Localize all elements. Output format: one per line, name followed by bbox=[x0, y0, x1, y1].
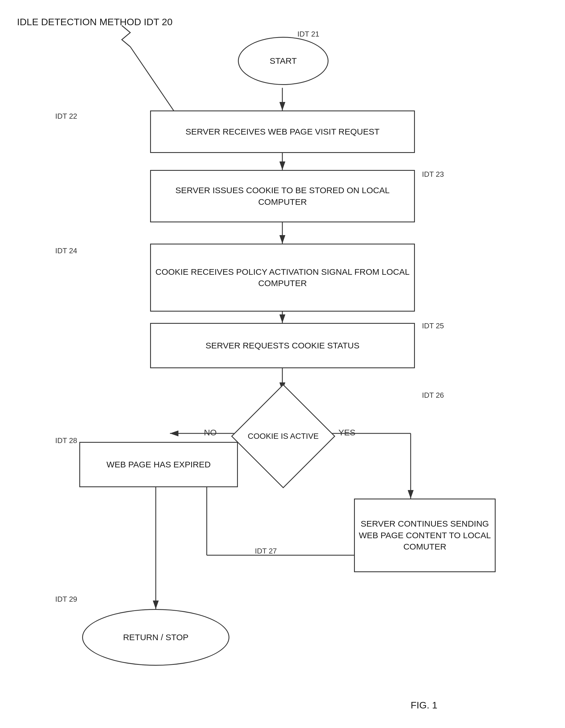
idt-29-label: IDT 29 bbox=[55, 595, 77, 604]
yes-label: YES bbox=[338, 428, 355, 437]
node29-label: RETURN / STOP bbox=[123, 632, 188, 643]
node22-rect: SERVER RECEIVES WEB PAGE VISIT REQUEST bbox=[150, 110, 415, 153]
idt-22-label: IDT 22 bbox=[55, 112, 77, 121]
node22-label: SERVER RECEIVES WEB PAGE VISIT REQUEST bbox=[186, 126, 379, 138]
start-node: START bbox=[238, 37, 329, 85]
node28-rect: WEB PAGE HAS EXPIRED bbox=[79, 442, 238, 487]
node28-label: WEB PAGE HAS EXPIRED bbox=[106, 459, 211, 471]
node27-rect: SERVER CONTINUES SENDING WEB PAGE CONTEN… bbox=[354, 499, 496, 572]
idt-23-label: IDT 23 bbox=[422, 170, 444, 179]
no-label: NO bbox=[204, 428, 217, 437]
idt-27-label: IDT 27 bbox=[255, 547, 277, 555]
diagram-container: IDLE DETECTION METHOD IDT 20 IDT 21 STAR… bbox=[0, 0, 565, 728]
node23-rect: SERVER ISSUES COOKIE TO BE STORED ON LOC… bbox=[150, 170, 415, 222]
node24-rect: COOKIE RECEIVES POLICY ACTIVATION SIGNAL… bbox=[150, 244, 415, 312]
title-label: IDLE DETECTION METHOD IDT 20 bbox=[17, 16, 172, 27]
node23-label: SERVER ISSUES COOKIE TO BE STORED ON LOC… bbox=[151, 185, 414, 208]
node27-label: SERVER CONTINUES SENDING WEB PAGE CONTEN… bbox=[355, 518, 495, 553]
node25-label: SERVER REQUESTS COOKIE STATUS bbox=[206, 340, 359, 352]
fig-label: FIG. 1 bbox=[411, 700, 437, 711]
idt-24-label: IDT 24 bbox=[55, 246, 77, 255]
node25-rect: SERVER REQUESTS COOKIE STATUS bbox=[150, 323, 415, 368]
node26-label: COOKIE IS ACTIVE bbox=[248, 431, 319, 441]
node29-oval: RETURN / STOP bbox=[82, 609, 229, 666]
start-label: START bbox=[270, 55, 297, 67]
node24-label: COOKIE RECEIVES POLICY ACTIVATION SIGNAL… bbox=[151, 266, 414, 289]
idt-28-label: IDT 28 bbox=[55, 436, 77, 445]
idt-21-label: IDT 21 bbox=[297, 30, 319, 39]
idt-25-label: IDT 25 bbox=[422, 322, 444, 330]
idt-26-label: IDT 26 bbox=[422, 391, 444, 400]
node26-diamond: COOKIE IS ACTIVE bbox=[235, 388, 331, 484]
